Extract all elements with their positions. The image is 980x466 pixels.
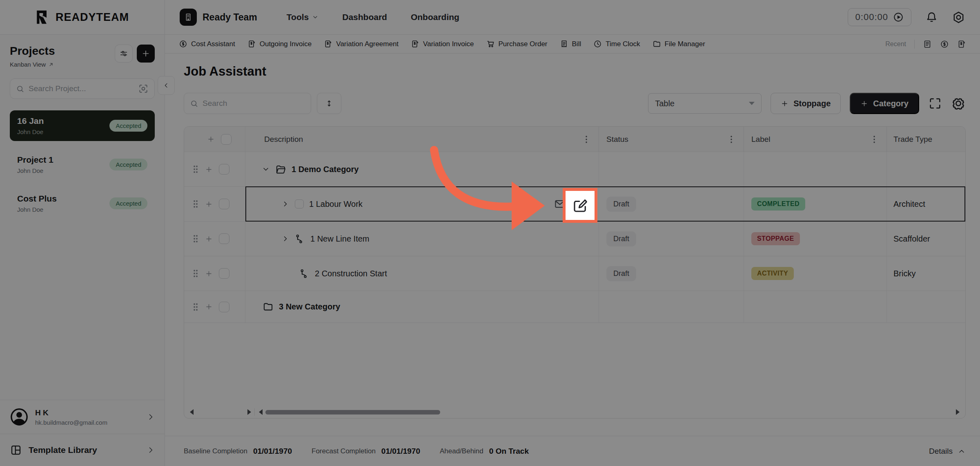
invoice-icon	[411, 40, 419, 48]
project-search-input[interactable]	[29, 84, 134, 93]
edit-button-highlight[interactable]	[563, 188, 597, 223]
row-checkbox[interactable]	[219, 164, 229, 175]
item-checkbox[interactable]	[295, 199, 304, 208]
row-checkbox[interactable]	[219, 233, 229, 244]
chevron-right-icon	[147, 413, 155, 421]
toolbar-bill[interactable]: Bill	[560, 40, 581, 48]
add-category-button[interactable]: Category	[850, 93, 919, 114]
table-search-input[interactable]	[203, 99, 305, 108]
scroll-right-arrow[interactable]	[247, 409, 251, 415]
plus-icon[interactable]	[205, 200, 213, 208]
nav-dashboard[interactable]: Dashboard	[342, 12, 387, 22]
trade-type: Scaffolder	[893, 234, 930, 244]
chevron-down-icon[interactable]	[262, 165, 270, 173]
chevron-right-icon[interactable]	[281, 200, 290, 208]
primary-nav: Tools Dashboard Onboarding	[287, 12, 459, 22]
toolbar-file-manager[interactable]: File Manager	[653, 40, 705, 48]
nav-tools[interactable]: Tools	[287, 12, 318, 22]
invoice-icon	[324, 40, 332, 48]
view-select-value: Table	[655, 99, 675, 108]
readyteam-logo-icon	[34, 9, 51, 25]
add-project-button[interactable]	[137, 45, 155, 63]
table-row-new-line-item[interactable]: 1 New Line Item Draft STOPPAGE Scaffolde…	[184, 222, 965, 256]
invoice-icon[interactable]	[957, 40, 966, 49]
settings-hex-icon[interactable]	[952, 11, 965, 24]
project-card-cost-plus[interactable]: Cost Plus John Doe Accepted	[10, 188, 155, 219]
scroll-left-arrow[interactable]	[259, 409, 263, 415]
scrollbar-thumb[interactable]	[265, 410, 440, 414]
toolbar-variation-agreement[interactable]: Variation Agreement	[324, 40, 399, 48]
dollar-cycle-icon[interactable]	[940, 40, 949, 49]
scroll-left-arrow[interactable]	[190, 409, 194, 415]
play-circle-icon[interactable]	[893, 12, 904, 22]
drag-handle-icon[interactable]	[192, 164, 199, 174]
toolbar-variation-invoice[interactable]: Variation Invoice	[411, 40, 474, 48]
drag-handle-icon[interactable]	[192, 199, 199, 209]
expand-rows-button[interactable]	[317, 93, 341, 114]
column-header: Status	[606, 135, 628, 144]
sliders-icon	[119, 49, 128, 58]
project-name: 16 Jan	[17, 116, 44, 126]
filter-sliders-button[interactable]	[115, 45, 133, 63]
toolbar-purchase-order[interactable]: Purchase Order	[486, 40, 548, 48]
folder-icon	[263, 301, 274, 312]
fullscreen-icon[interactable]	[928, 96, 942, 110]
project-card-project-1[interactable]: Project 1 John Doe Accepted	[10, 149, 155, 180]
gear-icon[interactable]	[951, 96, 966, 111]
user-profile-row[interactable]: H K hk.buildmacro@gmail.com	[0, 400, 165, 434]
scroll-right-arrow[interactable]	[956, 409, 960, 415]
layout-icon	[10, 444, 22, 456]
plus-icon[interactable]	[205, 235, 213, 243]
sidebar-header: Projects Kanban View	[0, 35, 165, 68]
toolbar-time-clock[interactable]: Time Clock	[593, 40, 640, 48]
workspace-switcher[interactable]: Ready Team	[180, 9, 257, 26]
select-all-checkbox[interactable]	[221, 134, 232, 145]
horizontal-scrollbar	[188, 408, 962, 416]
plus-icon[interactable]	[205, 166, 213, 173]
column-menu-icon[interactable]	[728, 135, 735, 143]
project-card-16-jan[interactable]: 16 Jan John Doe Accepted	[10, 110, 155, 141]
drag-handle-icon[interactable]	[192, 302, 199, 312]
plus-icon[interactable]	[205, 303, 213, 311]
plus-icon[interactable]	[207, 135, 215, 143]
column-menu-icon[interactable]	[871, 135, 878, 143]
arrows-up-down-icon	[325, 99, 333, 108]
row-checkbox[interactable]	[219, 302, 229, 312]
view-select[interactable]: Table	[648, 93, 762, 114]
scan-focus-icon[interactable]	[138, 83, 149, 94]
chevron-left-icon	[163, 82, 169, 89]
document-icon[interactable]	[923, 40, 932, 49]
baseline-completion: Baseline Completion 01/01/1970	[184, 447, 292, 456]
divider	[254, 408, 255, 416]
template-library-row[interactable]: Template Library	[0, 434, 165, 466]
table-row-new-category[interactable]: 3 New Category	[184, 291, 965, 323]
project-list: 16 Jan John Doe Accepted Project 1 John …	[0, 110, 165, 400]
plus-icon[interactable]	[205, 270, 213, 278]
column-header: Label	[751, 135, 771, 144]
details-toggle[interactable]: Details	[929, 447, 966, 456]
toolbar-cost-assistant[interactable]: Cost Assistant	[179, 40, 235, 48]
row-checkbox[interactable]	[219, 199, 229, 209]
bell-icon[interactable]	[925, 11, 938, 24]
drag-handle-icon[interactable]	[192, 234, 199, 244]
chevron-up-icon	[958, 447, 966, 455]
frozen-column-scrollbar	[188, 409, 253, 415]
time-tracker[interactable]: 0:00:00	[848, 8, 911, 26]
toolbar-outgoing-invoice[interactable]: Outgoing Invoice	[247, 40, 312, 48]
row-checkbox[interactable]	[219, 268, 229, 279]
table-row-demo-category[interactable]: 1 Demo Category	[184, 152, 965, 187]
main-scrollbar	[256, 409, 962, 415]
sidebar-collapse-button[interactable]	[158, 76, 175, 95]
job-table: Description Status Label Trade Type	[184, 126, 966, 419]
trade-type: Bricky	[893, 269, 915, 278]
search-icon	[190, 99, 198, 108]
drag-handle-icon[interactable]	[192, 269, 199, 278]
nav-onboarding[interactable]: Onboarding	[411, 12, 459, 22]
chevron-right-icon[interactable]	[281, 235, 290, 243]
plus-icon	[141, 49, 150, 58]
column-menu-icon[interactable]	[583, 135, 590, 143]
table-search	[184, 93, 311, 114]
add-stoppage-button[interactable]: Stoppage	[771, 93, 841, 114]
kanban-view-link[interactable]: Kanban View	[10, 61, 55, 68]
table-row-construction-start[interactable]: 2 Construction Start Draft ACTIVITY Bric…	[184, 256, 965, 291]
